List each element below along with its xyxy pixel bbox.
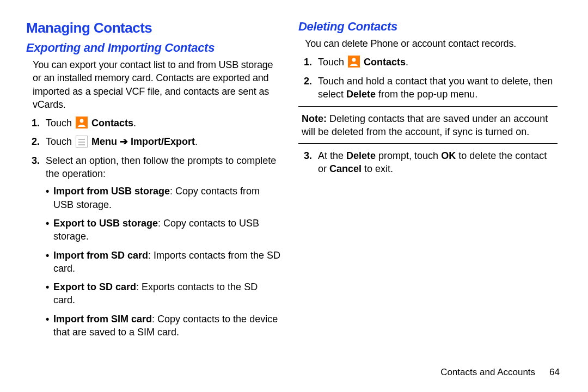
option-import-sim: Import from SIM card: Copy contacts to t… <box>46 313 281 339</box>
text: from the pop-up menu. <box>376 89 477 100</box>
text: Touch <box>46 118 75 128</box>
export-step-1: 1. Touch Contacts. <box>26 117 281 130</box>
label: Import from USB storage <box>53 186 170 197</box>
step-number: 1. <box>304 56 312 69</box>
label: Export to USB storage <box>53 218 158 229</box>
note-label: Note: <box>302 113 327 124</box>
step-number: 3. <box>304 149 312 162</box>
note-text: Deleting contacts that are saved under a… <box>302 113 548 137</box>
text: to exit. <box>362 163 393 174</box>
contacts-icon <box>348 56 360 68</box>
export-step-3: 3. Select an option, then follow the pro… <box>26 154 281 339</box>
option-import-sd: Import from SD card: Imports contacts fr… <box>46 249 281 275</box>
delete-label: Delete <box>346 89 376 100</box>
delete-label: Delete <box>346 150 376 161</box>
text: prompt, touch <box>376 150 441 161</box>
label: Export to SD card <box>53 281 136 292</box>
step-number: 2. <box>304 75 312 88</box>
heading-exporting-importing: Exporting and Importing Contacts <box>26 41 281 55</box>
ok-label: OK <box>441 150 456 161</box>
svg-point-1 <box>352 58 356 62</box>
delete-intro: You can delete Phone or account contact … <box>298 37 558 50</box>
contacts-label: Contacts <box>364 57 406 68</box>
text: At the <box>318 150 346 161</box>
delete-step-3: 3. At the Delete prompt, touch OK to del… <box>298 149 558 176</box>
cancel-label: Cancel <box>329 163 362 174</box>
page-number: 64 <box>549 367 560 377</box>
delete-steps: 1. Touch Contacts. 2. Touch and hold a c… <box>298 56 558 101</box>
import-export-label: Import/Export <box>131 136 195 147</box>
text: Select an option, then follow the prompt… <box>46 155 276 179</box>
text: . <box>406 57 408 68</box>
option-import-usb: Import from USB storage: Copy contacts f… <box>46 185 281 211</box>
text: Touch <box>46 136 75 147</box>
divider <box>298 143 558 144</box>
heading-managing-contacts: Managing Contacts <box>26 20 281 36</box>
note: Note: Deleting contacts that are saved u… <box>298 112 558 139</box>
text: . <box>133 118 136 128</box>
label: Import from SIM card <box>53 314 152 324</box>
delete-step-2: 2. Touch and hold a contact that you wan… <box>298 75 558 101</box>
text: Touch <box>318 57 347 68</box>
divider <box>298 106 558 107</box>
page-footer: Contacts and Accounts64 <box>440 367 560 378</box>
step-number: 1. <box>32 117 40 130</box>
delete-steps-cont: 3. At the Delete prompt, touch OK to del… <box>298 149 558 176</box>
menu-label: Menu <box>91 136 117 147</box>
export-intro: You can export your contact list to and … <box>26 58 281 111</box>
heading-deleting-contacts: Deleting Contacts <box>298 20 558 34</box>
step-number: 2. <box>32 135 40 148</box>
option-export-usb: Export to USB storage: Copy contacts to … <box>46 217 281 243</box>
menu-icon <box>76 136 88 148</box>
export-step-2: 2. Touch Menu ➔ Import/Export. <box>26 135 281 148</box>
text: . <box>195 136 198 147</box>
svg-point-0 <box>80 119 84 123</box>
export-steps: 1. Touch Contacts. 2. Touch Menu ➔ Impor… <box>26 117 281 339</box>
delete-step-1: 1. Touch Contacts. <box>298 56 558 69</box>
page: Managing Contacts Exporting and Importin… <box>0 0 588 392</box>
left-column: Managing Contacts Exporting and Importin… <box>26 20 294 381</box>
footer-section: Contacts and Accounts <box>440 367 535 377</box>
contacts-icon <box>76 117 88 128</box>
step-number: 3. <box>32 154 40 167</box>
option-export-sd: Export to SD card: Exports contacts to t… <box>46 280 281 307</box>
export-options: Import from USB storage: Copy contacts f… <box>46 185 281 339</box>
contacts-label: Contacts <box>91 118 133 128</box>
arrow-icon: ➔ <box>117 136 131 147</box>
label: Import from SD card <box>53 250 148 261</box>
right-column: Deleting Contacts You can delete Phone o… <box>294 20 562 381</box>
